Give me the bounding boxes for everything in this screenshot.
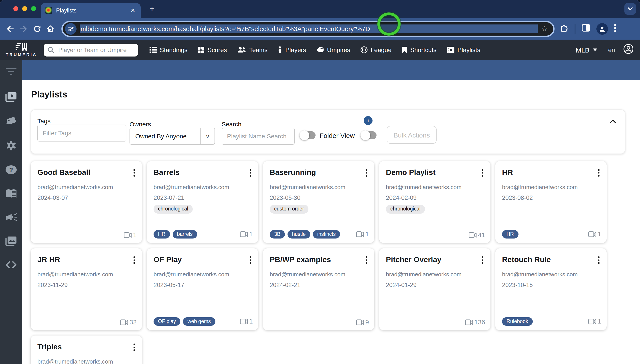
playlist-tags: HRbarrels: [154, 230, 240, 238]
kebab-menu-icon[interactable]: [132, 343, 136, 352]
nav-item-playlists[interactable]: Playlists: [447, 46, 480, 54]
clip-count: 1: [249, 231, 253, 238]
sidebar-item-settings[interactable]: [0, 140, 22, 151]
home-button[interactable]: [44, 25, 57, 32]
trumedia-logo[interactable]: TRUMEDIA: [0, 43, 43, 57]
clip-count-badge: 1: [588, 231, 601, 238]
playlist-search-input[interactable]: [222, 128, 295, 144]
back-button[interactable]: [4, 25, 17, 32]
clip-count-badge: 136: [465, 318, 485, 326]
home-icon: [46, 25, 54, 32]
clip-count-badge: 1: [356, 231, 369, 238]
playlist-card[interactable]: Pitcher Overlay brad@trumedianetworks.co…: [379, 248, 490, 330]
league-selector[interactable]: MLB: [576, 46, 598, 54]
kebab-menu-icon[interactable]: [248, 256, 252, 264]
video-camera-icon: [469, 232, 477, 238]
kebab-menu-icon[interactable]: [481, 256, 484, 264]
sidebar-item-media[interactable]: [0, 236, 22, 246]
playlist-card[interactable]: PB/WP examples brad@trumedianetworks.com…: [263, 248, 374, 330]
kebab-menu-icon[interactable]: [365, 168, 368, 177]
kebab-menu-icon[interactable]: [132, 256, 136, 264]
playlist-tags: 3Bhustleinstincts: [270, 230, 356, 238]
info-icon[interactable]: i: [364, 116, 372, 125]
close-tab-icon[interactable]: ✕: [130, 7, 136, 14]
teams-people-icon: [237, 47, 246, 53]
side-panel-button[interactable]: [582, 24, 590, 33]
nav-item-umpires[interactable]: Umpires: [316, 46, 350, 54]
nav-item-scores[interactable]: Scores: [198, 46, 227, 54]
playlist-title: Good Baseball: [38, 168, 90, 177]
sidebar-item-announcements[interactable]: [0, 213, 22, 222]
playlist-date: 2024-03-07: [38, 194, 68, 201]
collapse-filters-button[interactable]: [610, 117, 616, 125]
sidebar-item-tags[interactable]: [0, 116, 22, 126]
owners-select[interactable]: Owned By Anyone ∨: [130, 128, 215, 144]
video-camera-icon: [356, 232, 364, 237]
nav-item-teams[interactable]: Teams: [237, 46, 268, 54]
extensions-button[interactable]: [560, 24, 568, 34]
sidebar-item-playlists[interactable]: [0, 92, 22, 102]
megaphone-icon: [5, 213, 17, 222]
video-camera-icon: [124, 232, 132, 238]
playlist-card[interactable]: Retouch Rule brad@trumedianetworks.com 2…: [495, 248, 606, 330]
playlist-title: Pitcher Overlay: [386, 256, 442, 264]
clip-count-badge: 9: [356, 318, 369, 326]
global-search-input[interactable]: [58, 46, 134, 54]
kebab-menu-icon[interactable]: [481, 168, 484, 177]
global-search[interactable]: [43, 42, 139, 57]
kebab-menu-icon[interactable]: [132, 168, 136, 177]
playlist-card[interactable]: HR brad@trumedianetworks.com 2023-08-02 …: [495, 161, 606, 243]
new-tab-button[interactable]: +: [150, 4, 154, 13]
browser-menu-button[interactable]: [614, 24, 616, 34]
owners-label: Owners: [130, 120, 151, 128]
playlist-card[interactable]: JR HR brad@trumedianetworks.com 2023-11-…: [31, 248, 142, 330]
nav-item-league[interactable]: League: [360, 46, 392, 54]
playlist-card[interactable]: Triples brad@trumedianetworks.com: [31, 336, 142, 364]
folder-view-toggle[interactable]: [300, 131, 316, 139]
kebab-menu-icon[interactable]: [597, 256, 600, 264]
browser-tab[interactable]: Playlists ✕: [41, 3, 141, 18]
playlist-card[interactable]: OF Play brad@trumedianetworks.com 2023-0…: [147, 248, 258, 330]
playlist-card[interactable]: Demo Playlist brad@trumedianetworks.com …: [379, 161, 490, 243]
window-controls[interactable]: [13, 6, 36, 11]
account-circle-icon: [623, 44, 634, 54]
sidebar-item-glossary[interactable]: [0, 189, 22, 198]
sidebar-item-help[interactable]: ?: [0, 165, 22, 174]
sidebar-item-filters[interactable]: [0, 68, 22, 76]
playlist-date: 2023-05-30: [270, 194, 300, 201]
video-camera-icon: [588, 318, 596, 324]
bulk-actions-button[interactable]: Bulk Actions: [387, 126, 436, 144]
close-window-icon[interactable]: [13, 6, 18, 11]
clip-count-badge: 1: [124, 232, 137, 238]
playlist-title: Baserunning: [270, 168, 316, 177]
locale-selector[interactable]: en: [608, 46, 615, 54]
kebab-menu-icon[interactable]: [365, 256, 368, 264]
zoom-window-icon[interactable]: [31, 6, 36, 11]
nav-item-standings[interactable]: Standings: [150, 46, 188, 54]
nav-item-players[interactable]: Players: [278, 46, 306, 54]
tab-search-button[interactable]: [624, 3, 636, 15]
bookmark-star-icon[interactable]: ☆: [541, 24, 548, 33]
sidebar-item-embed[interactable]: [0, 261, 22, 268]
url-bar[interactable]: mlbdemo.trumedianetworks.com/baseball/pl…: [62, 21, 554, 37]
account-button[interactable]: [623, 44, 634, 56]
minimize-window-icon[interactable]: [22, 6, 27, 11]
toolbar-divider: [574, 24, 575, 34]
bulk-select-toggle[interactable]: [362, 131, 376, 139]
playlist-date: 2024-01-29: [386, 282, 416, 288]
nav-item-shortcuts[interactable]: Shortcuts: [402, 46, 436, 54]
forward-button[interactable]: [17, 25, 30, 32]
forward-arrow-icon: [20, 25, 28, 32]
kebab-menu-icon[interactable]: [597, 168, 600, 177]
code-icon: [5, 261, 17, 268]
playlist-card[interactable]: Good Baseball brad@trumedianetworks.com …: [31, 161, 142, 243]
profile-avatar[interactable]: [596, 23, 608, 34]
tags-filter-input[interactable]: [38, 124, 126, 142]
playlist-card[interactable]: Barrels brad@trumedianetworks.com 2023-0…: [147, 161, 258, 243]
reload-button[interactable]: [30, 25, 44, 32]
site-settings-icon[interactable]: [65, 23, 76, 34]
kebab-menu-icon[interactable]: [248, 168, 252, 177]
url-text[interactable]: mlbdemo.trumedianetworks.com/baseball/pl…: [80, 24, 538, 33]
playlist-card[interactable]: Baserunning brad@trumedianetworks.com 20…: [263, 161, 374, 243]
playlist-date: 2024-02-09: [386, 194, 416, 201]
